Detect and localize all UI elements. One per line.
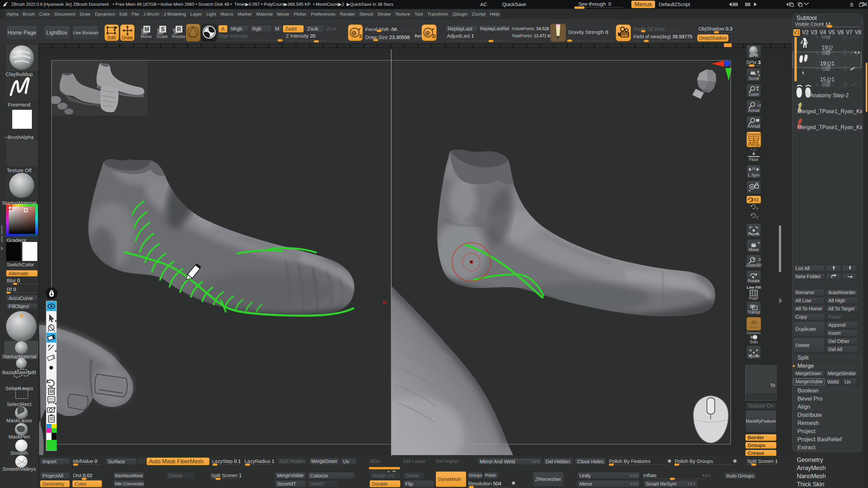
- svg-text:Move: Move: [749, 247, 759, 252]
- svg-text:Z: Z: [756, 216, 758, 220]
- svg-text:Merged_TPose1_Ryan_Kingslie: Merged_TPose1_Ryan_Kingslie: [797, 124, 862, 130]
- svg-text:S: S: [161, 26, 165, 32]
- svg-text:BPR: BPR: [749, 53, 758, 58]
- svg-text:19강1: 19강1: [820, 61, 835, 66]
- svg-text:x1: x1: [757, 103, 762, 107]
- svg-text:Y: Y: [756, 207, 759, 211]
- svg-text:S: S: [359, 33, 362, 39]
- svg-text:Zoom3D: Zoom3D: [746, 263, 762, 268]
- svg-text:PolyF: PolyF: [749, 296, 758, 300]
- svg-text:Transp: Transp: [748, 310, 760, 314]
- svg-text:Ghost: Ghost: [748, 325, 760, 329]
- svg-text:Persp: Persp: [748, 142, 760, 147]
- svg-text:Scroll: Scroll: [749, 76, 759, 81]
- svg-text:Frame: Frame: [748, 232, 760, 237]
- svg-text:Actual: Actual: [748, 108, 759, 113]
- svg-text:J Anatomy Step-2: J Anatomy Step-2: [806, 93, 849, 98]
- svg-text:m: m: [757, 241, 760, 245]
- svg-text:Line Fill: Line Fill: [747, 285, 761, 289]
- svg-text:AAHalf: AAHalf: [747, 124, 760, 129]
- svg-text:SPix 3: SPix 3: [746, 59, 761, 65]
- svg-text:Floor: Floor: [749, 157, 758, 162]
- svg-text:Rotate: Rotate: [748, 279, 760, 283]
- svg-text:Dynamic: Dynamic: [747, 331, 761, 335]
- svg-text:15강1: 15강1: [820, 77, 835, 82]
- svg-text:Xpose: Xpose: [748, 354, 760, 359]
- svg-text:XYZ: XYZ: [751, 198, 758, 202]
- svg-text:L.Sym: L.Sym: [748, 173, 760, 178]
- svg-text:D: D: [432, 33, 436, 39]
- svg-text:Solo: Solo: [750, 340, 758, 344]
- svg-text:D: D: [758, 258, 761, 262]
- svg-text:19강: 19강: [822, 45, 833, 50]
- svg-text:x y z: x y z: [751, 148, 757, 151]
- svg-text:R: R: [177, 26, 181, 32]
- svg-text:Dynamic: Dynamic: [746, 132, 762, 136]
- svg-text:M: M: [144, 26, 149, 32]
- svg-text:Zoom: Zoom: [749, 92, 759, 97]
- svg-text:Merged_TPose1_Ryan_Kingslie: Merged_TPose1_Ryan_Kingslie: [797, 108, 862, 115]
